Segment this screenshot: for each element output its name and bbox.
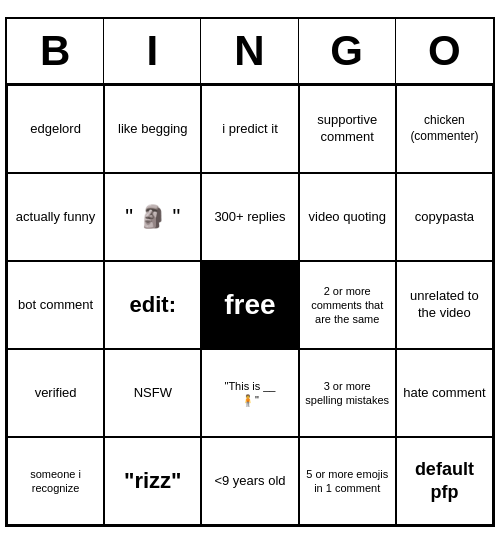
cell-text: video quoting [309,209,386,226]
cell-emoji: " 🗿 " [125,203,180,232]
cell-r1c1: edgelord [7,85,104,173]
cell-text-large: edit: [130,291,176,320]
cell-r5c1: someone i recognize [7,437,104,525]
cell-text: chicken (commenter) [401,113,488,144]
cell-text: bot comment [18,297,93,314]
cell-r5c3: <9 years old [201,437,298,525]
bingo-card: B I N G O edgelord like begging i predic… [5,17,495,527]
cell-text: copypasta [415,209,474,226]
cell-r1c5: chicken (commenter) [396,85,493,173]
cell-text: edgelord [30,121,81,138]
cell-r2c3: 300+ replies [201,173,298,261]
cell-r3c3-free: free [201,261,298,349]
cell-r3c2: edit: [104,261,201,349]
cell-text: 5 or more emojis in 1 comment [304,467,391,496]
cell-r3c4: 2 or more comments that are the same [299,261,396,349]
cell-r5c2: "rizz" [104,437,201,525]
cell-text: <9 years old [214,473,285,490]
cell-text: someone i recognize [12,467,99,496]
cell-r2c4: video quoting [299,173,396,261]
cell-r5c4: 5 or more emojis in 1 comment [299,437,396,525]
cell-text: "This is __ 🧍" [225,379,276,408]
cell-r1c2: like begging [104,85,201,173]
cell-text: actually funny [16,209,96,226]
cell-text: 2 or more comments that are the same [304,284,391,327]
cell-text: i predict it [222,121,278,138]
cell-r5c5: default pfp [396,437,493,525]
cell-text: supportive comment [304,112,391,146]
cell-r4c5: hate comment [396,349,493,437]
cell-r1c3: i predict it [201,85,298,173]
bingo-grid: edgelord like begging i predict it suppo… [7,85,493,525]
cell-text: 3 or more spelling mistakes [304,379,391,408]
letter-g: G [299,19,396,83]
cell-r3c5: unrelated to the video [396,261,493,349]
cell-r4c2: NSFW [104,349,201,437]
cell-free-text: free [224,287,275,323]
cell-r4c1: verified [7,349,104,437]
cell-r1c4: supportive comment [299,85,396,173]
cell-text: 300+ replies [214,209,285,226]
cell-text-large: default pfp [401,458,488,505]
cell-r2c5: copypasta [396,173,493,261]
letter-i: I [104,19,201,83]
letter-n: N [201,19,298,83]
cell-text: hate comment [403,385,485,402]
cell-text: NSFW [134,385,172,402]
letter-o: O [396,19,493,83]
cell-text: like begging [118,121,187,138]
cell-text-large: "rizz" [124,467,182,496]
cell-text: unrelated to the video [401,288,488,322]
cell-r4c4: 3 or more spelling mistakes [299,349,396,437]
cell-r4c3: "This is __ 🧍" [201,349,298,437]
cell-r3c1: bot comment [7,261,104,349]
cell-text: verified [35,385,77,402]
cell-r2c2: " 🗿 " [104,173,201,261]
cell-r2c1: actually funny [7,173,104,261]
bingo-title: B I N G O [7,19,493,85]
letter-b: B [7,19,104,83]
